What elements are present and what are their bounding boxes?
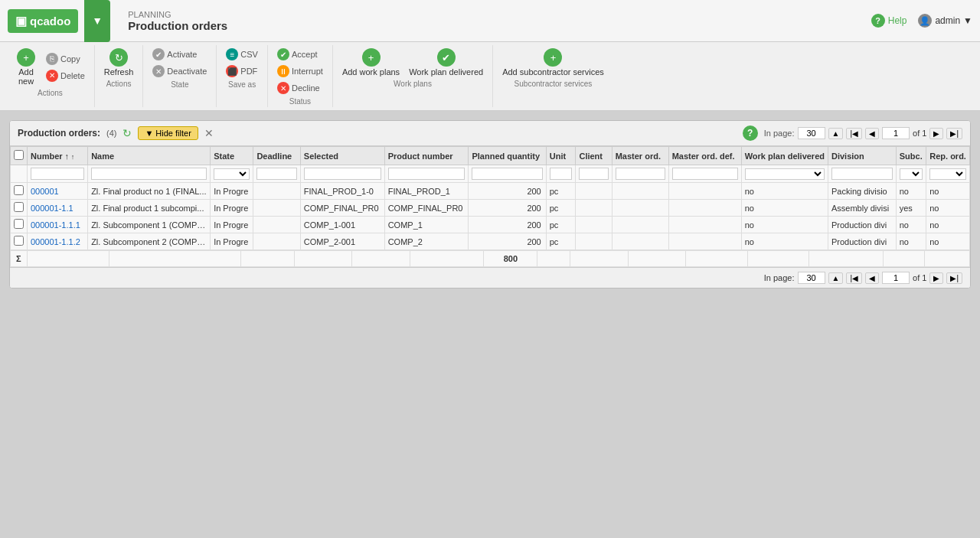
add-work-plans-button[interactable]: + Add work plans (339, 47, 403, 78)
help-label: Help (888, 15, 907, 26)
csv-button[interactable]: ≡ CSV (223, 47, 261, 62)
row-checkbox-2[interactable] (14, 219, 24, 229)
status-label: Status (289, 97, 311, 106)
cell-work-plan-delivered-1: no (741, 200, 828, 217)
app-logo[interactable]: ▣ qcadoo (8, 9, 78, 33)
delete-button[interactable]: ✕ Delete (43, 68, 88, 83)
page-next-top[interactable]: ▶ (929, 128, 943, 139)
activate-button[interactable]: ✔ Activate (149, 47, 210, 62)
filter-division[interactable] (831, 168, 893, 180)
cell-number-3[interactable]: 000001-1.1.2 (28, 233, 88, 250)
cell-deadline-1 (253, 200, 300, 217)
toolbar: + Add new ⎘ Copy ✕ Delete Actions ↻ Refr (0, 42, 980, 111)
hide-filter-button[interactable]: ▼ Hide filter (138, 126, 198, 140)
page-number-input-top[interactable] (882, 127, 910, 139)
cell-master-ord-def-2 (668, 217, 741, 233)
cell-number-0[interactable]: 000001 (28, 183, 88, 200)
filter-deadline[interactable] (256, 168, 296, 180)
inpage-input-bottom[interactable] (798, 272, 825, 284)
admin-dropdown-icon: ▼ (963, 15, 972, 26)
filter-unit[interactable] (550, 168, 573, 180)
workplans-label: Work plans (394, 80, 432, 88)
cell-master-ord-0 (612, 183, 668, 200)
table-help-button[interactable]: ? (743, 126, 758, 141)
summary-table: Σ 800 (10, 250, 970, 267)
table-row: 000001 Zl. Final product no 1 (FINAL... … (11, 183, 970, 200)
filter-refresh-button[interactable]: ↻ (122, 127, 132, 139)
th-subc: Subc. (896, 147, 926, 165)
cell-number-1[interactable]: 000001-1.1 (28, 200, 88, 217)
page-first-top[interactable]: |◀ (846, 128, 862, 139)
filter-state[interactable]: In Progress Accepted (214, 168, 250, 180)
table-container: Number ↑ Name State Deadline Selected Pr… (10, 146, 970, 250)
refresh-button[interactable]: ↻ Refresh (101, 47, 137, 78)
cell-subc-0: no (896, 183, 926, 200)
copy-button[interactable]: ⎘ Copy (43, 51, 88, 67)
select-all-header (11, 147, 28, 165)
th-number[interactable]: Number ↑ (28, 147, 88, 165)
filter-selected[interactable] (304, 168, 381, 180)
th-planned-qty: Planned quantity (469, 147, 546, 165)
inpage-input-top[interactable] (798, 127, 825, 139)
interrupt-button[interactable]: ⏸ Interrupt (274, 64, 326, 79)
filter-subc[interactable]: yes no (900, 168, 923, 180)
page-number-input-bottom[interactable] (882, 272, 910, 284)
page-last-top[interactable]: ▶| (946, 128, 962, 139)
filter-master-ord[interactable] (616, 168, 665, 180)
pdf-icon: ⬛ (226, 65, 238, 77)
row-checkbox-0[interactable] (14, 185, 24, 195)
cell-name-3: Zl. Subcomponent 2 (COMP_... (88, 233, 211, 250)
toolbar-group-status: ✔ Accept ⏸ Interrupt ✕ Decline Status (268, 45, 333, 107)
toolbar-group-saveas: ≡ CSV ⬛ PDF Save as (217, 45, 268, 107)
filter-product-number[interactable] (388, 168, 466, 180)
page-first-bottom[interactable]: |◀ (846, 272, 862, 284)
page-prev-bottom[interactable]: ◀ (865, 272, 879, 284)
filter-planned-qty[interactable] (472, 168, 542, 180)
cell-state-2: In Progre (211, 217, 253, 233)
cell-number-2[interactable]: 000001-1.1.1 (28, 217, 88, 233)
page-spin-bottom[interactable]: ▲ (828, 272, 844, 284)
row-checkbox-3[interactable] (14, 236, 24, 246)
filter-rep-ord[interactable]: yes no (929, 168, 966, 180)
filter-close-button[interactable]: ✕ (204, 127, 214, 139)
accept-label: Accept (292, 50, 318, 59)
admin-button[interactable]: 👤 admin ▼ (918, 14, 972, 28)
add-new-button[interactable]: + Add new (12, 47, 40, 87)
decline-button[interactable]: ✕ Decline (274, 80, 326, 96)
filter-work-plan-delivered[interactable]: yes no (745, 168, 825, 180)
page-prev-top[interactable]: ◀ (865, 128, 879, 139)
work-plan-delivered-button[interactable]: ✔ Work plan delivered (406, 47, 486, 78)
logo-dropdown-button[interactable]: ▼ (84, 0, 110, 42)
toolbar-group-state: ✔ Activate ✕ Deactivate State (143, 45, 217, 107)
nav-section: PLANNING (128, 10, 227, 19)
help-icon: ? (871, 14, 885, 28)
toolbar-group-subcontractor: + Add subcontractor services Subcontract… (493, 45, 613, 107)
summary-total-qty: 800 (484, 251, 537, 267)
navbar: ▣ qcadoo ▼ PLANNING Production orders ? … (0, 0, 980, 42)
page-spin-up-top[interactable]: ▲ (828, 128, 844, 139)
filter-number[interactable] (31, 168, 84, 180)
filter-name[interactable] (91, 168, 207, 180)
inpage-label-bottom: In page: (764, 273, 795, 282)
cell-selected-2: COMP_1-001 (300, 217, 384, 233)
deactivate-button[interactable]: ✕ Deactivate (149, 64, 210, 79)
production-orders-panel: Production orders: (4) ↻ ▼ Hide filter ✕… (9, 120, 971, 289)
filter-master-ord-def[interactable] (672, 168, 738, 180)
filter-client[interactable] (579, 168, 608, 180)
refresh-buttons: ↻ Refresh (101, 47, 137, 78)
row-checkbox-1[interactable] (14, 202, 24, 212)
help-button[interactable]: ? Help (871, 14, 907, 28)
pdf-button[interactable]: ⬛ PDF (223, 64, 261, 79)
accept-button[interactable]: ✔ Accept (274, 47, 326, 62)
work-plan-delivered-icon: ✔ (437, 48, 456, 67)
page-next-bottom[interactable]: ▶ (929, 272, 943, 284)
add-subcontractor-icon: + (544, 48, 562, 67)
cell-state-1: In Progre (211, 200, 253, 217)
page-last-bottom[interactable]: ▶| (946, 272, 962, 284)
cell-unit-1: pc (546, 200, 576, 217)
cell-client-3 (576, 233, 612, 250)
add-subcontractor-button[interactable]: + Add subcontractor services (499, 47, 607, 78)
deactivate-label: Deactivate (167, 67, 207, 76)
cell-state-3: In Progre (211, 233, 253, 250)
select-all-checkbox[interactable] (14, 150, 24, 160)
